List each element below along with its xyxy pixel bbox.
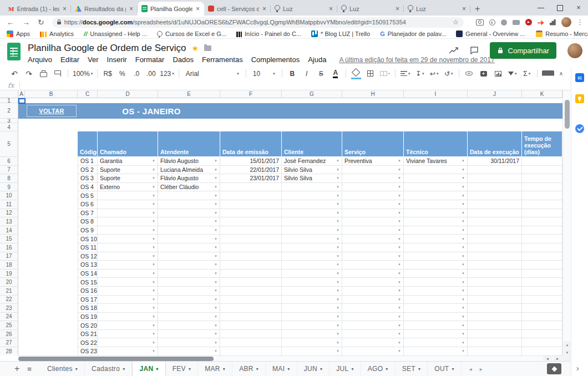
forward-button[interactable]: → — [22, 18, 30, 26]
cell[interactable]: ▼ — [342, 200, 404, 209]
cell-dropdown-icon[interactable]: ▼ — [151, 246, 155, 249]
cell[interactable]: ▼ — [98, 252, 158, 261]
cell[interactable]: Flávio Augusto▼ — [158, 174, 220, 183]
text-rotation-button[interactable]: ↺▾ — [442, 68, 455, 80]
cell-dropdown-icon[interactable]: ▼ — [151, 211, 155, 215]
cell[interactable]: ▼ — [282, 287, 342, 296]
cell-dropdown-icon[interactable]: ▼ — [460, 220, 465, 223]
row-header-1[interactable]: 1 — [0, 98, 18, 103]
cell[interactable]: ▼ — [98, 235, 158, 243]
collapse-toolbar-button[interactable]: ∧ — [559, 70, 563, 77]
sheet-tab-menu-icon[interactable]: ▾ — [287, 367, 290, 372]
card-extension-icon[interactable] — [513, 20, 520, 25]
camera-extension-icon[interactable] — [476, 19, 484, 26]
row-header-27[interactable]: 27 — [0, 338, 18, 347]
cell-dropdown-icon[interactable]: ▼ — [397, 159, 401, 162]
row-header-23[interactable]: 23 — [0, 304, 18, 313]
cell[interactable] — [522, 157, 562, 166]
cell[interactable] — [468, 287, 522, 296]
cell[interactable] — [522, 321, 562, 330]
italic-button[interactable]: I — [300, 68, 313, 80]
cell[interactable]: José Fernandez▼ — [282, 157, 342, 166]
insert-link-button[interactable] — [463, 68, 476, 80]
document-title[interactable]: Planilha Google de Ordem de Serviço — [28, 43, 186, 54]
cell[interactable]: ▼ — [282, 304, 342, 313]
cell-dropdown-icon[interactable]: ▼ — [460, 168, 465, 171]
cell[interactable] — [220, 287, 282, 296]
cell[interactable]: ▼ — [282, 243, 342, 252]
cell[interactable]: ▼ — [342, 166, 404, 175]
cell-dropdown-icon[interactable]: ▼ — [335, 272, 339, 275]
cell[interactable]: OS 11 — [78, 243, 98, 252]
cell[interactable]: OS 19 — [78, 313, 98, 322]
cell-dropdown-icon[interactable]: ▼ — [335, 228, 339, 232]
row-header-14[interactable]: 14 — [0, 226, 18, 235]
cell[interactable]: ▼ — [404, 313, 468, 322]
cell[interactable]: Garantia▼ — [98, 157, 158, 166]
row-header-28[interactable]: 28 — [0, 347, 18, 355]
horizontal-scrollbar[interactable]: ◂ ▸ — [18, 355, 562, 361]
vertical-scrollbar[interactable]: ▴ ▾ — [562, 90, 571, 361]
cell-dropdown-icon[interactable]: ▼ — [213, 332, 217, 336]
cell-dropdown-icon[interactable]: ▼ — [397, 220, 401, 223]
cell-dropdown-icon[interactable]: ▼ — [151, 237, 155, 241]
comment-history-icon[interactable] — [470, 47, 479, 54]
cell[interactable]: ▼ — [282, 235, 342, 243]
explore-button[interactable] — [547, 363, 561, 374]
share-button[interactable]: Compartilhar — [490, 42, 556, 59]
maximize-button[interactable] — [550, 0, 569, 16]
paint-format-button[interactable] — [51, 68, 64, 80]
bookmark-star-icon[interactable]: ☆ — [453, 18, 459, 26]
address-bar[interactable]: https://docs.google.com/spreadsheets/d/1… — [52, 17, 464, 28]
vertical-align-button[interactable]: ↧▾ — [413, 68, 427, 80]
cell[interactable]: ▼ — [342, 174, 404, 183]
zoom-select[interactable]: 100%▾ — [72, 68, 94, 80]
cell[interactable] — [522, 338, 562, 347]
scroll-left-button[interactable]: ◂ — [543, 356, 552, 361]
cell[interactable]: ▼ — [342, 287, 404, 296]
cell[interactable]: ▼ — [282, 209, 342, 218]
cell[interactable] — [522, 296, 562, 304]
cell[interactable] — [522, 191, 562, 200]
cell-dropdown-icon[interactable]: ▼ — [460, 281, 465, 284]
cell-dropdown-icon[interactable]: ▼ — [151, 159, 155, 162]
cell[interactable]: ▼ — [404, 235, 468, 243]
cell-dropdown-icon[interactable]: ▼ — [460, 194, 465, 197]
cell[interactable] — [220, 226, 282, 235]
cell-dropdown-icon[interactable]: ▼ — [335, 289, 339, 292]
cell[interactable] — [522, 166, 562, 175]
cell[interactable] — [522, 226, 562, 235]
cell-dropdown-icon[interactable]: ▼ — [151, 306, 155, 309]
tab-close-icon[interactable]: × — [129, 5, 134, 13]
cell-dropdown-icon[interactable]: ▼ — [213, 211, 217, 215]
column-header-B[interactable]: B — [25, 90, 78, 98]
table-header-cell[interactable]: Tempo de execução (dias) — [522, 131, 562, 157]
cell[interactable]: ▼ — [404, 330, 468, 339]
cell[interactable]: ▼ — [158, 252, 220, 261]
sheet-tab-menu-icon[interactable]: ▾ — [320, 367, 322, 372]
cell[interactable] — [522, 278, 562, 287]
cell[interactable] — [220, 296, 282, 304]
cell[interactable]: ▼ — [404, 270, 468, 278]
cell-dropdown-icon[interactable]: ▼ — [151, 332, 155, 336]
row-header-8[interactable]: 8 — [0, 174, 18, 183]
sheet-tab-ago[interactable]: AGO▾ — [361, 362, 396, 376]
cell[interactable] — [522, 235, 562, 243]
cell[interactable]: ▼ — [342, 313, 404, 322]
cell[interactable]: ▼ — [158, 191, 220, 200]
bookmark-item[interactable]: GPlanejador de palav... — [380, 31, 446, 37]
cell[interactable] — [468, 209, 522, 218]
cell[interactable] — [468, 261, 522, 270]
cell-dropdown-icon[interactable]: ▼ — [151, 324, 155, 327]
cell-dropdown-icon[interactable]: ▼ — [460, 228, 465, 232]
create-filter-button[interactable]: ▾ — [506, 68, 519, 80]
cell[interactable] — [522, 270, 562, 278]
cell[interactable] — [220, 321, 282, 330]
cell[interactable]: ▼ — [158, 347, 220, 355]
cell[interactable]: ▼ — [98, 338, 158, 347]
cell[interactable] — [220, 304, 282, 313]
column-header-A[interactable]: A — [18, 90, 25, 98]
cell-dropdown-icon[interactable]: ▼ — [460, 202, 465, 206]
cell-dropdown-icon[interactable]: ▼ — [460, 315, 465, 318]
font-size-select[interactable]: 10▾ — [250, 68, 278, 80]
